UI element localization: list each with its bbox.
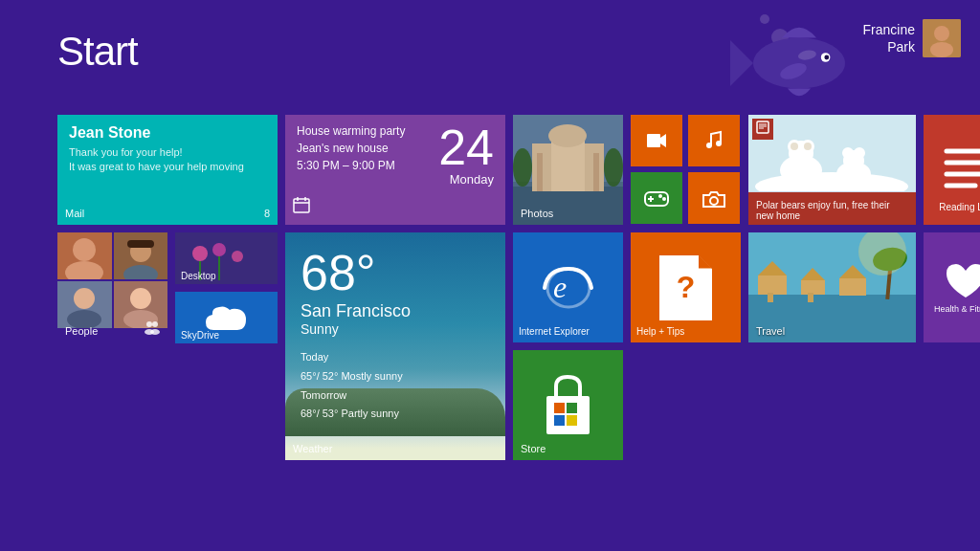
- svg-rect-60: [554, 403, 565, 413]
- svg-point-54: [658, 194, 662, 198]
- reading-list-tile[interactable]: Reading List: [924, 115, 980, 225]
- svg-rect-47: [647, 134, 660, 147]
- news-tile[interactable]: Polar bears enjoy fun, free their new ho…: [748, 115, 916, 225]
- svg-point-75: [854, 147, 865, 159]
- svg-point-2: [778, 60, 809, 82]
- svg-rect-76: [757, 121, 768, 133]
- svg-rect-12: [57, 232, 112, 279]
- svg-point-4: [824, 55, 829, 60]
- health-icon: [942, 259, 980, 302]
- mail-label: Mail: [65, 208, 84, 219]
- svg-rect-39: [513, 187, 623, 225]
- reading-label: Reading List: [933, 197, 980, 217]
- mail-line1: Thank you for your help!: [69, 145, 266, 160]
- help-label: Help + Tips: [636, 326, 684, 337]
- music-icon: [702, 129, 725, 152]
- people-label: People: [65, 325, 98, 337]
- svg-rect-43: [537, 153, 543, 191]
- svg-point-26: [150, 329, 160, 335]
- svg-point-8: [930, 42, 953, 57]
- news-icon: [756, 121, 769, 134]
- weather-label: Weather: [293, 443, 332, 454]
- skydrive-icon: [204, 303, 250, 332]
- store-icon: [537, 372, 599, 439]
- svg-point-23: [146, 321, 152, 327]
- svg-point-18: [74, 288, 95, 309]
- svg-point-45: [513, 148, 532, 187]
- svg-point-74: [842, 147, 854, 159]
- svg-point-3: [821, 53, 831, 62]
- camera-icon: [702, 187, 726, 209]
- weather-city: San Francisco: [285, 301, 505, 321]
- svg-point-7: [934, 26, 949, 41]
- svg-point-46: [604, 148, 623, 187]
- svg-marker-48: [660, 134, 666, 147]
- skydrive-label: SkyDrive: [181, 330, 219, 341]
- travel-label: Travel: [756, 325, 785, 337]
- small-tiles-grid: [631, 115, 740, 224]
- svg-marker-1: [730, 40, 753, 86]
- video-icon: [645, 129, 668, 152]
- user-first-name: Francine: [863, 21, 915, 38]
- store-tile[interactable]: Store: [513, 350, 623, 460]
- music-tile[interactable]: [688, 115, 740, 166]
- store-label: Store: [521, 443, 546, 454]
- calendar-tile[interactable]: House warming party Jean's new house 5:3…: [285, 115, 505, 225]
- games-tile[interactable]: [631, 172, 682, 224]
- photos-label: Photos: [521, 208, 553, 219]
- people-icon: [145, 320, 160, 335]
- photos-tile[interactable]: Photos: [513, 115, 623, 225]
- help-tile[interactable]: ? Help + Tips: [631, 232, 741, 342]
- svg-point-24: [152, 321, 158, 327]
- camera-tile[interactable]: [688, 172, 740, 224]
- user-last-name: Park: [863, 38, 915, 55]
- weather-condition: Sunny: [285, 321, 505, 344]
- games-icon: [643, 187, 670, 209]
- svg-text:e: e: [553, 270, 567, 304]
- health-label: Health & Fitness: [930, 302, 980, 316]
- start-title: Start: [57, 29, 138, 75]
- svg-point-30: [192, 246, 208, 261]
- svg-point-0: [753, 38, 845, 89]
- svg-point-70: [791, 143, 798, 150]
- weather-tile[interactable]: 68° San Francisco Sunny Today 65°/ 52° M…: [285, 232, 505, 460]
- people-tile[interactable]: People: [57, 232, 167, 342]
- tiles-area: Jean Stone Thank you for your help! It w…: [57, 115, 980, 460]
- video-tile[interactable]: [631, 115, 682, 166]
- mail-count: 8: [264, 208, 270, 219]
- svg-point-50: [716, 141, 722, 146]
- travel-tile[interactable]: Travel: [748, 232, 916, 342]
- calendar-icon: [293, 196, 310, 217]
- svg-rect-90: [808, 293, 813, 302]
- svg-rect-83: [758, 276, 787, 295]
- calendar-date-num: 24: [438, 122, 494, 172]
- mail-tile[interactable]: Jean Stone Thank you for your help! It w…: [57, 115, 278, 225]
- desktop-tile[interactable]: Desktop: [175, 232, 278, 284]
- svg-point-21: [130, 288, 151, 309]
- reading-icon: [942, 142, 980, 189]
- svg-point-42: [548, 124, 587, 147]
- desktop-label: Desktop: [181, 271, 216, 281]
- user-info[interactable]: Francine Park: [863, 19, 961, 57]
- svg-rect-33: [294, 199, 309, 212]
- svg-rect-85: [801, 280, 825, 295]
- mail-from: Jean Stone: [69, 124, 266, 142]
- svg-rect-44: [593, 153, 599, 191]
- svg-point-32: [232, 251, 243, 262]
- ie-icon: e: [540, 261, 597, 314]
- health-tile[interactable]: Health & Fitness: [924, 232, 980, 342]
- ie-tile[interactable]: e Internet Explorer: [513, 232, 623, 342]
- ie-label: Internet Explorer: [519, 326, 590, 337]
- svg-point-31: [212, 243, 226, 256]
- svg-rect-87: [839, 278, 866, 296]
- fish-decoration: [722, 0, 865, 115]
- svg-rect-15: [127, 240, 154, 248]
- skydrive-tile[interactable]: SkyDrive: [175, 292, 278, 343]
- help-question-mark: ?: [677, 270, 696, 305]
- svg-point-49: [706, 143, 712, 148]
- help-doc-icon: ?: [659, 255, 712, 320]
- svg-rect-29: [218, 256, 220, 280]
- svg-point-56: [710, 197, 718, 205]
- mail-line2: It was great to have your help moving: [69, 160, 266, 174]
- svg-rect-63: [567, 415, 577, 426]
